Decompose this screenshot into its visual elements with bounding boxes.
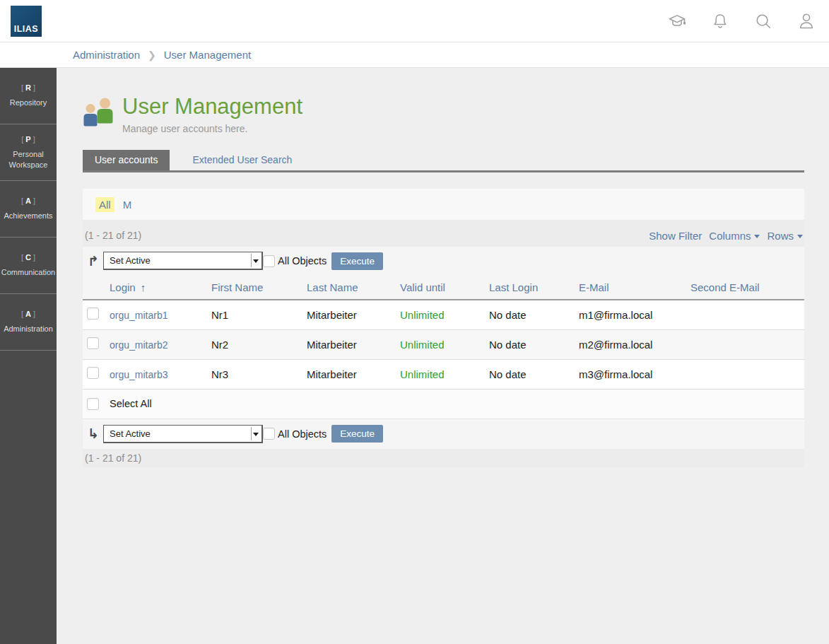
breadcrumb-administration[interactable]: Administration bbox=[73, 49, 140, 61]
filter-letter-m[interactable]: M bbox=[123, 199, 132, 211]
command-row-top: ↱ Set Active All Objects Execute bbox=[83, 247, 804, 275]
sidebar-item-administration[interactable]: AAdministration bbox=[0, 294, 57, 351]
user-login-link[interactable]: orgu_mitarb2 bbox=[110, 339, 168, 351]
column-header-link[interactable]: Last Login bbox=[489, 281, 538, 293]
apply-to-selection-arrow-icon: ↱ bbox=[88, 254, 100, 268]
user-login-link[interactable]: orgu_mitarb3 bbox=[110, 369, 168, 380]
all-objects-checkbox[interactable] bbox=[263, 255, 275, 267]
filter-letter-all[interactable]: All bbox=[95, 197, 114, 212]
cell-last-name: Mitarbeiter bbox=[307, 329, 400, 359]
letter-filter: AllM bbox=[83, 189, 804, 220]
users-icon bbox=[83, 97, 115, 127]
select-all-row: Select All bbox=[83, 390, 804, 419]
cell-first-name: Nr1 bbox=[211, 300, 307, 329]
logo-text: ILIAS bbox=[14, 24, 38, 34]
action-select[interactable]: Set Active bbox=[104, 252, 261, 269]
pagination-info: (1 - 21 of 21) bbox=[85, 452, 141, 464]
sidebar-item-communication[interactable]: CCommunication bbox=[0, 238, 57, 294]
graduation-cap-icon[interactable] bbox=[667, 11, 687, 31]
column-header-link[interactable]: Second E-Mail bbox=[690, 281, 760, 293]
column-header-link[interactable]: E-Mail bbox=[579, 281, 609, 293]
main-area: User Management Manage user accounts her… bbox=[57, 68, 829, 644]
execute-button[interactable]: Execute bbox=[331, 252, 383, 270]
column-header-link[interactable]: Login bbox=[110, 281, 136, 293]
sidebar-item-label: Communication bbox=[0, 267, 57, 277]
personal-workspace-letter-icon: P bbox=[21, 135, 35, 144]
cell-last-login: No date bbox=[489, 359, 579, 389]
table-toolbar-bottom: (1 - 21 of 21) bbox=[83, 449, 804, 467]
row-checkbox[interactable] bbox=[87, 367, 99, 379]
column-header-last-name: Last Name bbox=[307, 275, 400, 300]
sidebar-item-personal-workspace[interactable]: PPersonal Workspace bbox=[0, 124, 57, 181]
command-row-bottom: ↳ Set Active All Objects Execute bbox=[83, 419, 804, 449]
administration-letter-icon: A bbox=[21, 310, 35, 318]
table-row: orgu_mitarb2Nr2MitarbeiterUnlimitedNo da… bbox=[83, 329, 804, 359]
sort-ascending-icon[interactable]: ↑ bbox=[141, 281, 146, 293]
cell-last-login: No date bbox=[489, 300, 579, 329]
tab-user-accounts[interactable]: User accounts bbox=[83, 150, 170, 170]
show-filter-link[interactable]: Show Filter bbox=[649, 230, 702, 242]
cell-checkbox bbox=[83, 329, 110, 359]
cell-second-email bbox=[690, 300, 804, 329]
select-all-checkbox[interactable] bbox=[87, 398, 99, 410]
table-row: orgu_mitarb1Nr1MitarbeiterUnlimitedNo da… bbox=[83, 300, 804, 329]
cell-last-name: Mitarbeiter bbox=[307, 359, 400, 389]
execute-button[interactable]: Execute bbox=[331, 425, 383, 443]
cell-valid-until: Unlimited bbox=[400, 329, 489, 359]
cell-login: orgu_mitarb3 bbox=[110, 359, 211, 389]
repository-letter-icon: R bbox=[21, 83, 35, 92]
columns-dropdown[interactable]: Columns bbox=[709, 230, 760, 242]
row-checkbox[interactable] bbox=[87, 337, 99, 349]
sidebar-item-label: Administration bbox=[1, 324, 55, 334]
cell-login: orgu_mitarb1 bbox=[110, 300, 211, 329]
topbar-icons bbox=[667, 11, 816, 31]
all-objects-label: All Objects bbox=[278, 255, 327, 267]
page-subtitle: Manage user accounts here. bbox=[122, 123, 302, 134]
cell-email: m3@firma.local bbox=[579, 359, 690, 389]
page-header: User Management Manage user accounts her… bbox=[83, 68, 804, 134]
communication-letter-icon: C bbox=[21, 253, 35, 262]
column-header-valid-until: Valid until bbox=[400, 275, 489, 300]
column-header-last-login: Last Login bbox=[489, 275, 579, 300]
column-header-link[interactable]: First Name bbox=[211, 281, 263, 293]
sidebar-item-achievements[interactable]: AAchievements bbox=[0, 181, 57, 238]
user-icon[interactable] bbox=[796, 11, 816, 31]
bell-icon[interactable] bbox=[710, 11, 730, 31]
breadcrumb-user-management[interactable]: User Management bbox=[164, 49, 251, 61]
header-checkbox-cell bbox=[83, 275, 110, 300]
tabs: User accountsExtended User Search bbox=[83, 150, 804, 172]
all-objects-checkbox[interactable] bbox=[263, 428, 275, 440]
column-header-link[interactable]: Last Name bbox=[307, 281, 358, 293]
cell-second-email bbox=[690, 359, 804, 389]
ilias-logo[interactable]: ILIAS bbox=[11, 6, 42, 37]
sidebar-item-repository[interactable]: RRepository bbox=[0, 68, 57, 124]
user-login-link[interactable]: orgu_mitarb1 bbox=[110, 310, 168, 321]
action-select-wrap: Set Active bbox=[103, 252, 263, 270]
caret-down-icon bbox=[754, 235, 760, 238]
sidebar-item-label: Achievements bbox=[1, 211, 54, 221]
cell-valid-until: Unlimited bbox=[400, 300, 489, 329]
cell-checkbox bbox=[83, 300, 110, 329]
row-checkbox[interactable] bbox=[87, 308, 99, 320]
column-header-e-mail: E-Mail bbox=[579, 275, 690, 300]
search-icon[interactable] bbox=[753, 11, 773, 31]
user-table: Login↑First NameLast NameValid untilLast… bbox=[83, 275, 804, 390]
select-all-label: Select All bbox=[110, 398, 152, 409]
cell-last-login: No date bbox=[489, 329, 579, 359]
column-header-login: Login↑ bbox=[110, 275, 211, 300]
chevron-right-icon: ❯ bbox=[148, 49, 156, 61]
pagination-info: (1 - 21 of 21) bbox=[85, 230, 141, 241]
action-select-wrap: Set Active bbox=[103, 425, 263, 443]
apply-to-selection-arrow-icon: ↳ bbox=[88, 427, 100, 440]
column-header-link[interactable]: Valid until bbox=[400, 281, 445, 293]
cell-email: m1@firma.local bbox=[579, 300, 690, 329]
action-select[interactable]: Set Active bbox=[104, 426, 261, 442]
topbar: ILIAS bbox=[0, 0, 829, 42]
rows-dropdown[interactable]: Rows bbox=[767, 230, 803, 242]
tab-extended-user-search[interactable]: Extended User Search bbox=[180, 150, 304, 170]
achievements-letter-icon: A bbox=[21, 197, 35, 205]
page-title: User Management bbox=[122, 95, 302, 119]
sidebar: RRepositoryPPersonal WorkspaceAAchieveme… bbox=[0, 68, 57, 644]
cell-login: orgu_mitarb2 bbox=[110, 329, 211, 359]
user-table-panel: AllM (1 - 21 of 21) Show Filter Columns … bbox=[83, 189, 804, 467]
